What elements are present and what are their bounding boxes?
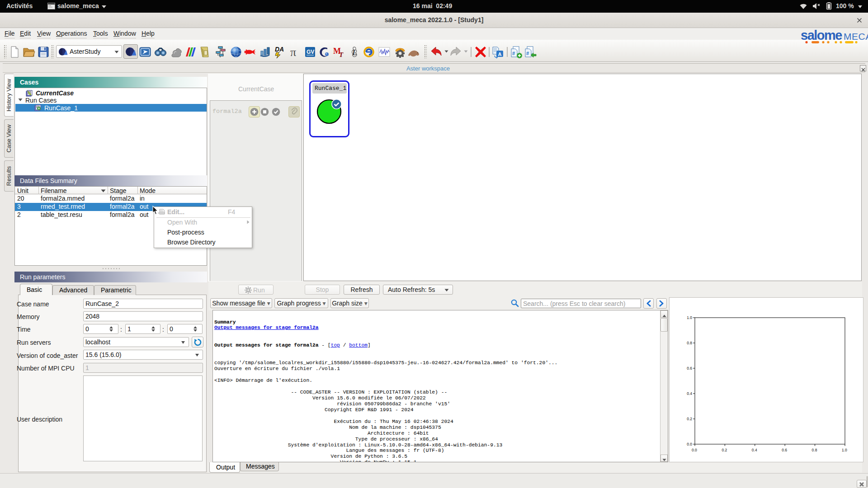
svg-text:L: L: [352, 48, 357, 57]
svg-text:A: A: [498, 52, 502, 57]
svg-text:0.0: 0.0: [692, 448, 697, 452]
svg-text:#: #: [526, 51, 529, 56]
svg-text:0.8: 0.8: [687, 341, 692, 345]
svg-text:π: π: [290, 46, 296, 59]
svg-text:DA: DA: [275, 46, 284, 53]
svg-text:1.0: 1.0: [687, 315, 692, 320]
svg-text:1.0: 1.0: [842, 448, 847, 452]
svg-text:GV: GV: [307, 49, 314, 55]
svg-text:0.6: 0.6: [687, 366, 692, 371]
svg-text:T: T: [339, 51, 344, 58]
svg-text:0.2: 0.2: [722, 448, 727, 452]
svg-text:0.4: 0.4: [752, 448, 757, 452]
svg-text:#: #: [512, 51, 515, 56]
svg-text:0.4: 0.4: [687, 391, 692, 396]
svg-text:0.6: 0.6: [782, 448, 787, 452]
svg-text:0.2: 0.2: [687, 417, 692, 421]
svg-text:0.8: 0.8: [812, 448, 817, 452]
svg-text:0.0: 0.0: [687, 442, 692, 446]
